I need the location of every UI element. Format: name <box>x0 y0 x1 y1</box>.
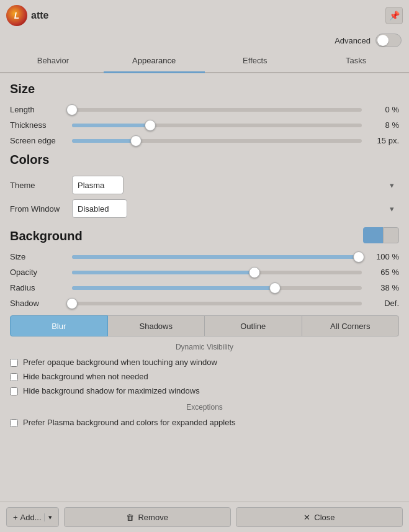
colors-section: Colors Theme Plasma Dark Light Custom Fr… <box>10 153 399 218</box>
prefer-plasma-row: Prefer Plasma background and colors for … <box>10 418 399 427</box>
toggle-blue[interactable] <box>363 227 383 243</box>
add-icon: + <box>13 513 18 522</box>
bg-radius-label: Radius <box>10 283 66 292</box>
titlebar: L atte 📌 <box>0 0 409 31</box>
exceptions-label: Exceptions <box>10 403 399 412</box>
bg-opacity-value: 65 % <box>368 268 399 277</box>
length-label: Length <box>10 105 66 114</box>
bg-radius-slider[interactable] <box>72 286 362 290</box>
bg-opacity-label: Opacity <box>10 268 66 277</box>
from-window-label: From Window <box>10 204 66 214</box>
bg-opacity-fill <box>72 271 254 274</box>
main-content: Size Length 0 % Thickness 8 % Screen edg… <box>0 73 409 502</box>
bg-radius-fill <box>72 286 275 290</box>
dynamic-visibility-label: Dynamic Visibility <box>10 343 399 351</box>
effect-button-group: Blur Shadows Outline All Corners <box>10 315 399 336</box>
hide-shadow-label: Hide background shadow for maximized win… <box>23 386 200 395</box>
bg-size-value: 100 % <box>368 252 399 261</box>
remove-label: Remove <box>138 513 168 522</box>
add-button[interactable]: + Add... ▾ <box>6 507 59 527</box>
thickness-fill <box>72 124 150 127</box>
remove-icon: 🗑 <box>126 513 134 522</box>
screen-edge-label: Screen edge <box>10 136 66 145</box>
bg-opacity-thumb <box>249 267 260 278</box>
blur-button[interactable]: Blur <box>10 315 108 336</box>
app-logo: L <box>6 5 27 26</box>
hide-shadow-checkbox[interactable] <box>10 387 18 395</box>
close-button[interactable]: ✕ Close <box>236 507 403 527</box>
tab-effects[interactable]: Effects <box>205 51 306 73</box>
bg-radius-slider-row: Radius 38 % <box>10 283 399 292</box>
bg-opacity-slider-row: Opacity 65 % <box>10 268 399 277</box>
background-section: Background Size 100 % Opacity <box>10 227 399 427</box>
thickness-slider[interactable] <box>72 124 362 127</box>
theme-select-wrapper: Plasma Dark Light Custom <box>72 176 399 194</box>
bottom-bar: + Add... ▾ 🗑 Remove ✕ Close <box>0 502 409 532</box>
hide-bg-checkbox[interactable] <box>10 373 18 381</box>
remove-button[interactable]: 🗑 Remove <box>64 507 231 527</box>
add-label: Add... <box>20 513 42 522</box>
bg-size-fill <box>72 255 359 259</box>
length-value: 0 % <box>368 105 399 114</box>
advanced-label: Advanced <box>335 36 371 45</box>
screen-edge-fill <box>72 139 136 143</box>
pin-button[interactable]: 📌 <box>385 7 403 24</box>
prefer-plasma-label: Prefer Plasma background and colors for … <box>23 418 236 427</box>
colors-header: Colors <box>10 153 399 167</box>
bg-size-slider-row: Size 100 % <box>10 252 399 261</box>
background-header-row: Background <box>10 227 399 243</box>
tab-appearance[interactable]: Appearance <box>104 51 205 73</box>
screen-edge-value: 15 px. <box>368 136 399 145</box>
bg-shadow-value: Def. <box>368 299 399 308</box>
prefer-opaque-label: Prefer opaque background when touching a… <box>23 358 217 367</box>
length-slider[interactable] <box>72 108 362 112</box>
advanced-row: Advanced <box>0 31 409 51</box>
toggle-knob <box>377 35 389 46</box>
toggle-gray[interactable] <box>383 227 399 243</box>
bg-shadow-label: Shadow <box>10 299 66 308</box>
shadows-button[interactable]: Shadows <box>107 315 205 336</box>
screen-edge-slider-row: Screen edge 15 px. <box>10 136 399 145</box>
bg-opacity-slider[interactable] <box>72 271 362 274</box>
size-section-header: Size <box>10 82 399 96</box>
from-window-select-wrapper: Disabled Enabled <box>72 199 399 218</box>
app-title: atte <box>31 10 385 21</box>
outline-button[interactable]: Outline <box>204 315 302 336</box>
thickness-value: 8 % <box>368 120 399 130</box>
background-header: Background <box>10 229 83 243</box>
length-thumb <box>66 104 78 115</box>
from-window-select[interactable]: Disabled Enabled <box>72 199 127 218</box>
bg-size-label: Size <box>10 252 66 261</box>
hide-bg-label: Hide background when not needed <box>23 372 148 381</box>
tab-behavior[interactable]: Behavior <box>2 51 104 73</box>
background-toggle-pair <box>363 227 399 243</box>
tab-tasks[interactable]: Tasks <box>305 51 407 73</box>
tabs-bar: Behavior Appearance Effects Tasks <box>0 51 409 73</box>
bg-size-thumb <box>353 251 364 263</box>
prefer-opaque-row: Prefer opaque background when touching a… <box>10 358 399 367</box>
screen-edge-slider[interactable] <box>72 139 362 143</box>
all-corners-button[interactable]: All Corners <box>302 315 400 336</box>
bg-shadow-slider[interactable] <box>72 302 362 305</box>
bg-shadow-thumb <box>66 298 78 309</box>
from-window-row: From Window Disabled Enabled <box>10 199 399 218</box>
hide-bg-row: Hide background when not needed <box>10 372 399 381</box>
prefer-plasma-checkbox[interactable] <box>10 419 18 427</box>
theme-row: Theme Plasma Dark Light Custom <box>10 176 399 194</box>
thickness-thumb <box>145 120 156 131</box>
window: L atte 📌 Advanced Behavior Appearance Ef… <box>0 0 409 532</box>
hide-shadow-row: Hide background shadow for maximized win… <box>10 386 399 395</box>
length-slider-row: Length 0 % <box>10 105 399 114</box>
bg-size-slider[interactable] <box>72 255 362 259</box>
logo-letter: L <box>14 11 20 20</box>
advanced-toggle[interactable] <box>375 34 402 47</box>
prefer-opaque-checkbox[interactable] <box>10 359 18 367</box>
screen-edge-thumb <box>130 135 142 147</box>
add-dropdown-icon: ▾ <box>44 513 52 521</box>
theme-select[interactable]: Plasma Dark Light Custom <box>72 176 124 194</box>
bg-shadow-slider-row: Shadow Def. <box>10 299 399 308</box>
thickness-label: Thickness <box>10 120 66 130</box>
close-icon: ✕ <box>303 513 310 522</box>
bg-radius-thumb <box>269 282 281 294</box>
thickness-slider-row: Thickness 8 % <box>10 120 399 130</box>
